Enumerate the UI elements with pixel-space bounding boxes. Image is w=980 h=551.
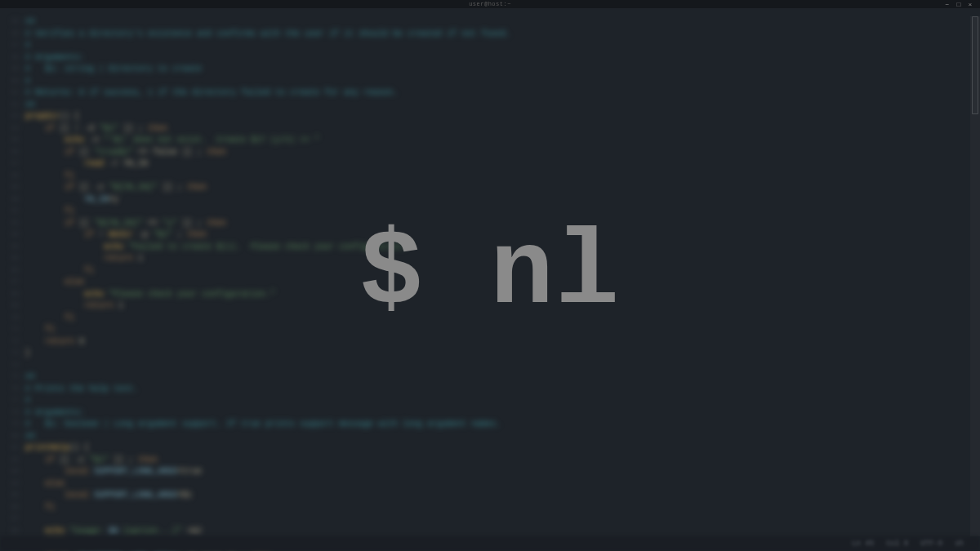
status-item: UTF-8 [920, 540, 942, 548]
code-line: 74 [4, 360, 976, 372]
line-content: ## [25, 16, 35, 29]
line-content: prepDir() { [25, 111, 79, 123]
line-content: echo "Failed to create $(1). Please chec… [25, 242, 412, 254]
line-content: # Verifies a directory's existence and c… [25, 29, 510, 41]
line-content: return 0 [25, 336, 84, 349]
line-number: 72 [4, 336, 19, 349]
line-number: 83 [4, 466, 19, 478]
line-content: if [[ ! -d "$1" ]] ; then [25, 123, 167, 136]
line-content: if [[ -z "$1" ]] ; then [25, 455, 158, 467]
code-line: 56 if [[ "true$1" == false ]] ; then [4, 147, 976, 159]
code-line: 47# [4, 40, 976, 52]
line-number: 60 [4, 194, 19, 207]
line-content: echo "Usage: $0 [option...]" >&2 [25, 526, 202, 538]
line-number: 64 [4, 242, 19, 254]
line-content: if ! mkdir -p "$1" ; then [25, 229, 207, 242]
line-number: 48 [4, 52, 19, 64]
line-number: 47 [4, 40, 19, 52]
line-number: 50 [4, 76, 19, 88]
line-content: # $1: string | Directory to create [25, 64, 202, 76]
terminal-window: user@host:~ − □ × 45##46# Verifies a dir… [0, 0, 980, 551]
window-title: user@host:~ [469, 1, 511, 7]
line-content [25, 360, 30, 372]
line-content: } [25, 348, 30, 360]
code-line: 84 else [4, 478, 976, 491]
line-number: 84 [4, 478, 19, 491]
line-content: ## [25, 100, 35, 112]
line-content: else [25, 478, 65, 491]
line-number: 74 [4, 360, 19, 372]
line-content: return 1 [25, 253, 143, 265]
overlay-command-text: $ nl [359, 214, 621, 334]
maximize-button[interactable]: □ [956, 1, 962, 7]
line-content: # Arguments: [25, 52, 84, 64]
line-content: fi [25, 324, 55, 336]
line-content: echo -n "'$1' does not exist. Create $1?… [25, 135, 319, 147]
titlebar: user@host:~ − □ × [0, 0, 980, 8]
line-number: 86 [4, 502, 19, 514]
line-content: printHelp() { [25, 442, 89, 455]
line-number: 52 [4, 100, 19, 112]
line-number: 67 [4, 277, 19, 289]
minimize-button[interactable]: − [944, 1, 951, 7]
code-line: 54 if [[ ! -d "$1" ]] ; then [4, 123, 976, 136]
line-number: 58 [4, 171, 19, 183]
line-number: 63 [4, 229, 19, 242]
code-line: 52## [4, 100, 976, 112]
line-number: 88 [4, 526, 19, 538]
code-line: 50# [4, 76, 976, 88]
code-line: 87 [4, 513, 976, 526]
code-line: 88 echo "Usage: $0 [option...]" >&2 [4, 526, 976, 538]
line-content: if [[ -z "${YN_IN}" ]] ; then [25, 182, 207, 194]
line-content: else [25, 277, 84, 289]
line-number: 87 [4, 513, 19, 526]
line-number: 71 [4, 324, 19, 336]
code-line: 49# $1: string | Directory to create [4, 64, 976, 76]
line-number: 45 [4, 16, 19, 29]
code-line: 78# Arguments: [4, 407, 976, 420]
code-line: 82 if [[ -z "$1" ]] ; then [4, 455, 976, 467]
line-content: fi [25, 206, 74, 218]
code-line: 76# Prints the help text. [4, 384, 976, 396]
scrollbar-thumb[interactable] [972, 16, 978, 114]
code-line: 73} [4, 348, 976, 360]
status-item: sh [955, 540, 964, 548]
line-content: read -r YN_IN [25, 158, 148, 171]
line-content: echo "Please check your configuration." [25, 289, 275, 301]
code-line: 58 fi [4, 171, 976, 183]
line-content: # [25, 40, 30, 52]
code-line: 48# Arguments: [4, 52, 976, 64]
status-item: Ln 45 [852, 540, 874, 548]
line-number: 78 [4, 407, 19, 420]
line-content: ## [25, 431, 35, 443]
status-item: Col 8 [886, 540, 908, 548]
code-line: 83 local SUPPORT_LONG_ARGS=true [4, 466, 976, 478]
line-number: 76 [4, 384, 19, 396]
line-content: fi [25, 265, 94, 278]
code-line: 79# $1: boolean | Long argument support.… [4, 419, 976, 431]
code-line: 60 YN_IN=y [4, 194, 976, 207]
code-line: 45## [4, 16, 976, 29]
line-number: 77 [4, 395, 19, 407]
code-line: 53prepDir() { [4, 111, 976, 123]
line-number: 55 [4, 135, 19, 147]
line-content: # $1: boolean | Long argument support. I… [25, 419, 501, 431]
line-content [25, 513, 30, 526]
line-number: 75 [4, 371, 19, 384]
line-number: 65 [4, 253, 19, 265]
line-number: 80 [4, 431, 19, 443]
line-content: local SUPPORT_LONG_ARGS=$1 [25, 490, 192, 502]
code-line: 81printHelp() { [4, 442, 976, 455]
line-content: YN_IN=y [25, 194, 118, 207]
line-content: fi [25, 313, 74, 325]
line-number: 82 [4, 455, 19, 467]
line-content: fi [25, 171, 74, 183]
line-number: 70 [4, 313, 19, 325]
line-content: ## [25, 371, 35, 384]
close-button[interactable]: × [967, 1, 973, 7]
line-number: 62 [4, 218, 19, 230]
code-line: 72 return 0 [4, 336, 976, 349]
vertical-scrollbar[interactable] [970, 16, 980, 536]
line-number: 49 [4, 64, 19, 76]
line-number: 53 [4, 111, 19, 123]
